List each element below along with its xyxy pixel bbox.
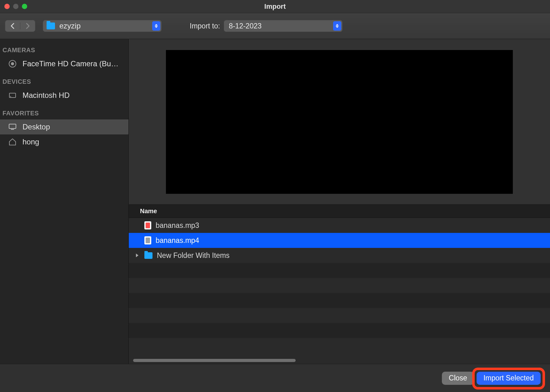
nav-back-button[interactable] [5, 20, 20, 32]
window-title: Import [0, 3, 550, 11]
empty-row [129, 293, 550, 308]
window-zoom-button[interactable] [22, 4, 27, 9]
import-to-dropdown-label: 8-12-2023 [229, 22, 262, 30]
empty-row [129, 278, 550, 293]
svg-rect-4 [9, 124, 16, 128]
chevron-right-icon [26, 23, 30, 29]
sidebar-item-label: Macintosh HD [22, 91, 70, 100]
svg-point-3 [10, 96, 11, 97]
chevron-left-icon [10, 23, 15, 29]
dropdown-stepper-icon [152, 21, 160, 31]
sidebar-item-desktop[interactable]: Desktop [0, 119, 128, 134]
preview-area [129, 39, 550, 205]
sidebar-heading-devices: DEVICES [0, 76, 128, 88]
sidebar-item-macintosh-hd[interactable]: Macintosh HD [0, 88, 128, 103]
folder-name: New Folder With Items [157, 251, 230, 260]
nav-buttons [5, 20, 35, 32]
home-icon [8, 138, 17, 146]
empty-row [129, 263, 550, 278]
svg-rect-5 [11, 129, 14, 130]
import-selected-button[interactable]: Import Selected [477, 372, 541, 385]
svg-point-1 [11, 62, 14, 65]
file-row[interactable]: bananas.mp3 [129, 218, 550, 233]
column-name-header: Name [140, 208, 157, 215]
audio-file-icon [144, 221, 151, 229]
file-row-selected[interactable]: bananas.mp4 [129, 233, 550, 248]
empty-row [129, 323, 550, 338]
main-area: CAMERAS FaceTime HD Camera (Bu… DEVICES … [0, 39, 550, 364]
file-name: bananas.mp3 [156, 221, 199, 230]
empty-row [129, 308, 550, 323]
folder-icon [47, 23, 55, 29]
preview-video-frame [166, 50, 513, 194]
titlebar: Import [0, 0, 550, 13]
content-pane: Name bananas.mp3 bananas.mp4 New Folder … [129, 39, 550, 364]
nav-forward-button[interactable] [20, 20, 35, 32]
file-name: bananas.mp4 [156, 236, 199, 245]
footer: Close Import Selected [0, 364, 550, 392]
horizontal-scrollbar[interactable] [133, 359, 296, 362]
close-button[interactable]: Close [442, 372, 474, 385]
import-to-label: Import to: [190, 22, 220, 30]
camera-circle-icon [8, 59, 17, 68]
sidebar-item-home[interactable]: hong [0, 134, 128, 149]
sidebar-item-label: hong [22, 138, 39, 146]
toolbar: ezyzip Import to: 8-12-2023 [0, 13, 550, 39]
sidebar: CAMERAS FaceTime HD Camera (Bu… DEVICES … [0, 39, 129, 364]
sidebar-item-facetime-camera[interactable]: FaceTime HD Camera (Bu… [0, 56, 128, 71]
path-dropdown[interactable]: ezyzip [43, 20, 162, 32]
sidebar-item-label: FaceTime HD Camera (Bu… [22, 59, 118, 68]
dropdown-stepper-icon [333, 21, 341, 31]
sidebar-heading-cameras: CAMERAS [0, 45, 128, 56]
disclosure-triangle-icon[interactable] [134, 253, 140, 258]
folder-row[interactable]: New Folder With Items [129, 248, 550, 263]
import-to-dropdown[interactable]: 8-12-2023 [224, 20, 342, 32]
desktop-icon [8, 123, 17, 131]
path-dropdown-label: ezyzip [59, 22, 81, 30]
harddisk-icon [8, 91, 17, 100]
file-list: bananas.mp3 bananas.mp4 New Folder With … [129, 218, 550, 364]
window-close-button[interactable] [4, 4, 10, 9]
window-minimize-button[interactable] [13, 4, 18, 9]
sidebar-item-label: Desktop [22, 123, 50, 131]
sidebar-heading-favorites: FAVORITES [0, 108, 128, 119]
video-file-icon [144, 236, 151, 244]
list-header[interactable]: Name [129, 205, 550, 218]
window-controls [4, 4, 27, 9]
folder-icon [144, 252, 152, 259]
